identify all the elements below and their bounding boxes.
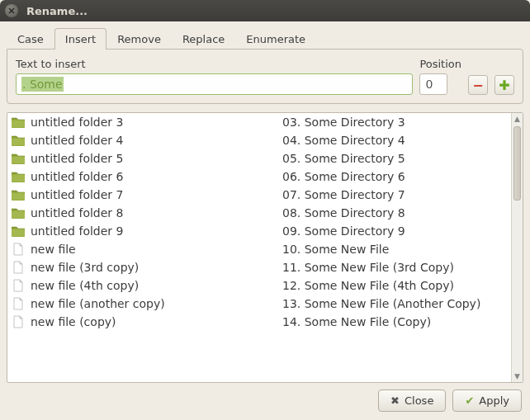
folder-icon: [11, 170, 26, 183]
list-item[interactable]: untitled folder 808. Some Directory 8: [7, 204, 511, 222]
list-item[interactable]: new file (another copy)13. Some New File…: [7, 295, 511, 313]
minus-icon: −: [472, 78, 483, 93]
renamed-name: 08. Some Directory 8: [282, 206, 508, 219]
scrollbar[interactable]: ▲ ▼: [511, 113, 523, 382]
renamed-name: 03. Some Directory 3: [282, 116, 508, 129]
original-name: new file: [31, 243, 282, 256]
file-icon: [11, 243, 26, 256]
svg-rect-5: [12, 175, 25, 182]
renamed-name: 05. Some Directory 5: [282, 152, 508, 165]
renamed-name: 10. Some New File: [282, 243, 508, 256]
folder-icon: [11, 224, 26, 238]
scroll-thumb[interactable]: [513, 126, 521, 201]
file-list: untitled folder 303. Some Directory 3unt…: [7, 112, 523, 383]
original-name: new file (copy): [31, 315, 282, 328]
renamed-name: 12. Some New File (4th Copy): [282, 279, 508, 292]
apply-icon: ✔: [465, 394, 474, 407]
list-item[interactable]: new file (4th copy)12. Some New File (4t…: [7, 276, 511, 295]
renamed-name: 04. Some Directory 4: [282, 134, 508, 147]
file-icon: [11, 315, 26, 328]
svg-rect-6: [12, 193, 25, 201]
position-label: Position: [419, 58, 461, 70]
list-item[interactable]: untitled folder 505. Some Directory 5: [7, 149, 511, 168]
file-icon: [11, 261, 26, 274]
scroll-down-icon[interactable]: ▼: [512, 370, 523, 382]
tab-enumerate[interactable]: Enumerate: [235, 28, 316, 50]
window-close-icon[interactable]: [5, 4, 18, 17]
apply-label: Apply: [479, 394, 509, 407]
tab-remove[interactable]: Remove: [106, 28, 172, 50]
original-name: untitled folder 6: [31, 170, 282, 183]
original-name: new file (3rd copy): [31, 261, 282, 274]
original-name: untitled folder 5: [31, 152, 282, 165]
text-to-insert-label: Text to insert: [16, 58, 413, 70]
renamed-name: 13. Some New File (Another Copy): [282, 297, 508, 310]
position-input[interactable]: 0: [419, 73, 447, 95]
folder-icon: [11, 206, 26, 219]
scroll-up-icon[interactable]: ▲: [512, 113, 523, 125]
insert-panel: Text to insert . Some Position 0 − ✚: [7, 49, 523, 104]
list-item[interactable]: untitled folder 606. Some Directory 6: [7, 168, 511, 186]
tab-case[interactable]: Case: [7, 28, 54, 50]
close-button[interactable]: ✖ Close: [378, 389, 446, 412]
list-item[interactable]: untitled folder 909. Some Directory 9: [7, 222, 511, 240]
original-name: untitled folder 7: [31, 188, 282, 201]
renamed-name: 09. Some Directory 9: [282, 224, 508, 238]
close-icon: ✖: [390, 394, 400, 407]
text-to-insert-input[interactable]: . Some: [16, 73, 413, 95]
window-title: Rename...: [26, 5, 88, 17]
renamed-name: 07. Some Directory 7: [282, 188, 508, 201]
original-name: untitled folder 8: [31, 206, 282, 219]
folder-icon: [11, 116, 26, 129]
list-item[interactable]: new file (3rd copy)11. Some New File (3r…: [7, 258, 511, 276]
plus-icon: ✚: [499, 78, 509, 93]
apply-button[interactable]: ✔ Apply: [452, 389, 522, 412]
list-item[interactable]: new file (copy)14. Some New File (Copy): [7, 313, 511, 331]
tab-bar: Case Insert Remove Replace Enumerate: [7, 28, 523, 50]
svg-rect-8: [12, 229, 25, 237]
svg-rect-3: [12, 139, 25, 146]
svg-rect-2: [12, 120, 25, 128]
folder-icon: [11, 188, 26, 201]
original-name: untitled folder 3: [31, 116, 282, 129]
tab-replace[interactable]: Replace: [172, 28, 235, 50]
file-icon: [11, 297, 26, 310]
folder-icon: [11, 134, 26, 147]
list-item[interactable]: untitled folder 404. Some Directory 4: [7, 131, 511, 149]
original-name: untitled folder 9: [31, 224, 282, 238]
renamed-name: 11. Some New File (3rd Copy): [282, 261, 508, 274]
close-label: Close: [405, 394, 433, 407]
dialog-buttons: ✖ Close ✔ Apply: [7, 383, 523, 413]
svg-rect-7: [12, 211, 25, 219]
original-name: new file (4th copy): [31, 279, 282, 292]
renamed-name: 14. Some New File (Copy): [282, 315, 508, 328]
original-name: new file (another copy): [31, 297, 282, 310]
title-bar: Rename...: [0, 0, 530, 21]
folder-icon: [11, 152, 26, 165]
decrement-button[interactable]: −: [468, 75, 488, 95]
file-icon: [11, 279, 26, 292]
increment-button[interactable]: ✚: [495, 75, 514, 95]
original-name: untitled folder 4: [31, 134, 282, 147]
renamed-name: 06. Some Directory 6: [282, 170, 508, 183]
svg-rect-4: [12, 157, 25, 164]
tab-insert[interactable]: Insert: [54, 28, 106, 50]
list-item[interactable]: untitled folder 707. Some Directory 7: [7, 186, 511, 204]
list-item[interactable]: untitled folder 303. Some Directory 3: [7, 113, 511, 131]
list-item[interactable]: new file10. Some New File: [7, 240, 511, 258]
